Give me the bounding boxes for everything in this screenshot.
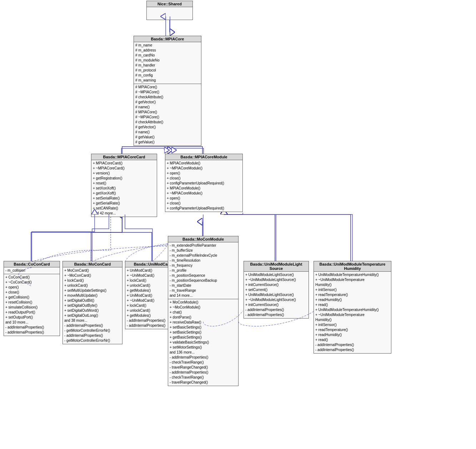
basda-moconmodule-title: Basda::MoConModule (168, 236, 238, 242)
basda-mpiacore-attrs: # m_name # m_address # m_cardNo # m_modu… (134, 42, 201, 84)
basda-unimodlightsource-methods: + UniModModuleLightSource() + ~UniModMod… (244, 272, 309, 318)
basda-mpiacoremodule-title: Basda::MPIACoreModule (165, 154, 242, 160)
basda-moconcard-methods: + MoConCard() + ~MoConCard() + lockCard(… (63, 267, 122, 344)
basda-unimodtemphum-box: Basda::UniModModuleTemperatureHumidity +… (314, 261, 391, 354)
basda-coconcard-box: Basda::CoConCard - m_collision + CoConCa… (4, 261, 60, 336)
basda-mpiacoremodule-methods: + MPIACoreModule() + ~MPIACoreModule() +… (165, 160, 242, 212)
basda-moconcard-title: Basda::MoConCard (63, 261, 122, 267)
nice-shared-title: Nice::Shared (147, 1, 192, 7)
basda-unimodlightsource-title: Basda::UniModModuleLightSource (244, 261, 309, 272)
basda-unimodtemphum-title: Basda::UniModModuleTemperatureHumidity (314, 261, 391, 272)
basda-mpiacore-title: Basda::MPIACore (134, 36, 201, 42)
basda-mpiaCoreCard-box: Basda::MPIACoreCard + MPIACoreCard() + ~… (91, 154, 157, 217)
basda-mpiacorecard-title: Basda::MPIACoreCard (91, 154, 157, 160)
basda-coconcard-title: Basda::CoConCard (4, 261, 60, 267)
basda-mpiacore-methods: # MPIACore() # ~MPIACore() # checkAttrib… (134, 84, 201, 145)
basda-mpiacore-box: Basda::MPIACore # m_name # m_address # m… (134, 36, 201, 146)
basda-mpiacorecard-methods: + MPIACoreCard() + ~MPIACoreCard() + ver… (91, 160, 157, 217)
basda-coconcard-methods: + CoConCard() + ~CoConCard() + open() + … (4, 274, 60, 336)
basda-moconcard-box: Basda::MoConCard + MoConCard() + ~MoConC… (62, 261, 122, 344)
diagram-container: Nice::Shared Basda::MPIACore # m_name # … (0, 0, 476, 449)
basda-unimodtemphum-methods: + UniModModuleTemperatureHumidity() + ~U… (314, 272, 391, 353)
basda-mpiacoremodule-box: Basda::MPIACoreModule + MPIACoreModule()… (165, 154, 243, 212)
basda-moconmodule-methods: + MoConModule() + ~MoConModule() + chat(… (168, 299, 238, 386)
basda-coconcard-attrs: - m_collision (4, 267, 60, 274)
nice-shared-body (147, 7, 192, 20)
nice-shared-box: Nice::Shared (146, 1, 193, 20)
basda-moconmodule-attrs: - m_extendedProfileParamter - m_bufferSi… (168, 242, 238, 299)
basda-unimodlightsource-box: Basda::UniModModuleLightSource + UniModM… (244, 261, 309, 319)
basda-moconmodule-box: Basda::MoConModule - m_extendedProfilePa… (168, 236, 239, 386)
